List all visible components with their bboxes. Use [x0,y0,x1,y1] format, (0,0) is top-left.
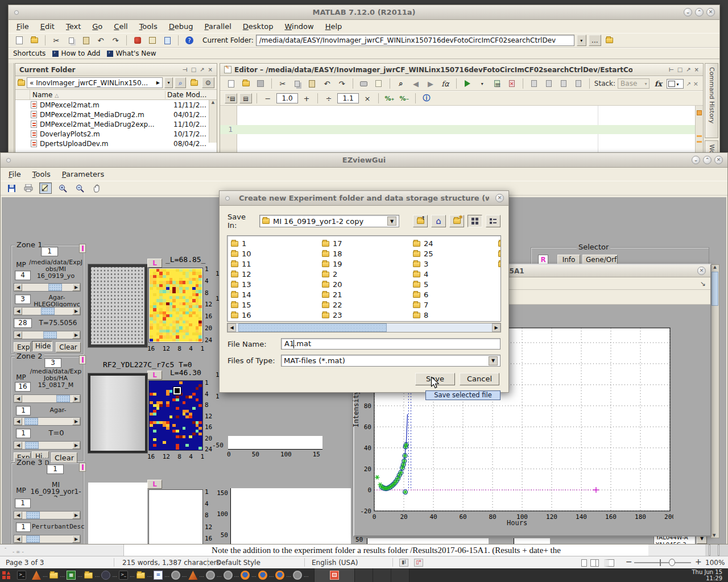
combo-dropdown-icon[interactable]: ▼ [489,356,498,365]
actions-gear-icon[interactable]: ⚙ [202,77,214,88]
menu-debug[interactable]: Debug [169,22,193,31]
menu-tools[interactable]: Tools [139,22,158,31]
clock[interactable]: Thu Jun 1511:29 [692,569,726,581]
folder-item[interactable]: 13 [231,279,321,290]
app-circle-icon[interactable] [293,571,302,580]
folder-icon[interactable] [84,571,93,580]
writer-note-text[interactable]: Note the addition to the experiment fold… [212,546,561,555]
resize-se-icon[interactable]: ↘ [700,280,706,288]
find-icon[interactable]: ⌕ [395,78,407,89]
zoom-level[interactable]: 100% [705,559,725,567]
undo-icon[interactable]: ↶ [94,35,107,46]
zone3-right-plot[interactable] [230,488,351,544]
folder-item[interactable]: 25 [413,248,497,259]
file-row[interactable]: DoverlayPlots2.m10/17/2... [15,129,217,139]
zone2-media-field[interactable]: 1 [16,406,31,415]
fx-icon[interactable]: fx [652,78,664,89]
shortcut-icon[interactable]: › [52,51,59,57]
close-file-icon[interactable]: × [506,78,518,89]
cut-icon[interactable]: ✂ [50,35,63,46]
minimize-icon[interactable]: ⌄ [684,8,692,16]
current-folder-dropdown-icon[interactable]: ▾ [577,35,586,46]
zone2-clear-button[interactable]: Clear [51,452,77,463]
file-row[interactable]: DMPexcel2mat.m11/11/2... [15,100,217,110]
undock-icon[interactable]: ↗ [686,66,690,73]
new-file-icon[interactable] [13,35,26,46]
zone3-index-field[interactable]: 1 [47,464,64,474]
insert-cell-icon[interactable]: ⁺▤ [225,93,237,103]
shortcut-whats-new[interactable]: What's New [115,49,156,57]
column-date[interactable]: Date Mod... [166,91,209,99]
print-preview-icon[interactable] [373,78,385,89]
folder-item[interactable]: 17 [322,238,412,249]
tab-command-history[interactable]: Command History [705,63,718,138]
folder-list-hscrollbar[interactable]: ◀ ▶ [227,323,501,332]
forward-icon[interactable]: ▶ [424,78,437,89]
zone3-heatmap-empty[interactable] [148,489,203,544]
folder-item[interactable]: 18 [322,248,412,259]
view-list-icon[interactable] [486,215,500,227]
compare-icon[interactable]: ≡ [491,78,503,89]
zone3-mp-field[interactable]: 1 [15,498,31,508]
scrollbar[interactable] [695,106,703,152]
close-icon[interactable]: × [694,66,699,73]
undock-icon[interactable]: ↗ [686,81,690,87]
folder-item[interactable]: 7 [413,300,497,310]
folder-item[interactable]: 5 [413,279,497,290]
window-menu-icon[interactable] [225,196,230,201]
editor-code-area[interactable]: 1 2%EstartConsole.m 3%[file,path] = uipu… [220,106,703,152]
zone1-media-field[interactable]: 3 [15,294,31,304]
folder-item[interactable]: 20 [322,279,412,290]
folder-item[interactable]: 10 [231,248,321,259]
dialog-titlebar[interactable]: Create new Experiment folder and data st… [220,191,508,206]
zone1-exp-button[interactable]: Exp [14,342,31,352]
spreadsheet-icon[interactable]: ▦ [67,571,76,580]
guide-icon[interactable] [146,35,159,46]
app-circle-icon[interactable] [206,571,215,580]
back-icon[interactable]: ◀ [410,78,422,89]
folder-item-partial[interactable] [498,248,501,259]
collapsed-panel-strip[interactable] [9,63,14,153]
tab-workspace[interactable]: Work... [705,140,718,153]
up-one-level-icon[interactable] [188,77,200,89]
copy-icon[interactable] [291,78,304,89]
folder-item[interactable]: 23 [322,310,412,321]
cell-icon[interactable] [557,78,570,89]
page-indicator[interactable]: Page 3 of 3 [6,559,44,567]
firefox-icon[interactable] [275,571,284,580]
maximize-icon[interactable]: ⌃ [695,8,704,16]
menu-desktop[interactable]: Desktop [243,22,274,31]
firefox-icon[interactable] [258,571,267,580]
folder-item[interactable]: 15 [231,300,321,310]
files-of-type-combo[interactable]: MAT-files (*.mat) ▼ [281,355,500,367]
zone3-perturbant-slider[interactable]: ◀▶ [14,535,81,543]
folder-item[interactable]: 8 [413,310,497,321]
cell-icon[interactable] [543,78,555,89]
zone1-time-slider[interactable]: ◀▶ [14,331,81,339]
new-file-icon[interactable] [225,78,237,89]
view-grid-icon[interactable] [468,215,482,227]
window-menu-icon[interactable] [6,158,11,163]
folder-item[interactable]: 21 [322,289,412,300]
menu-tools[interactable]: Tools [32,170,51,178]
zoom-in-icon[interactable]: + [695,557,702,566]
zone1-plate-image[interactable] [88,264,147,347]
uncomment-icon[interactable]: %₋ [398,93,411,104]
zone3-marker-icon[interactable] [79,463,86,472]
redo-icon[interactable]: ↷ [336,78,348,89]
shortcut-how-to-add[interactable]: How to Add [61,49,100,57]
times-icon[interactable]: × [361,93,374,104]
undo-icon[interactable]: ↶ [321,78,333,89]
search-icon[interactable]: ⌕ [175,77,186,88]
zone1-media-slider[interactable]: ◀▶ [14,307,81,315]
zoom-slider-thumb[interactable] [669,559,675,566]
scrollbar[interactable]: ▲ [209,100,217,143]
folder-item[interactable]: 24 [413,238,497,249]
ezview-titlebar[interactable]: EZviewGui ⌄ ⌃ ✕ [1,153,727,168]
task-button[interactable] [355,568,373,582]
close-icon[interactable]: ✕ [706,8,715,16]
menu-text[interactable]: Text [66,22,81,31]
maximize-icon[interactable]: □ [677,66,682,73]
terminal-icon[interactable]: >_ [17,571,26,580]
column-name[interactable]: Name △ [30,91,166,99]
